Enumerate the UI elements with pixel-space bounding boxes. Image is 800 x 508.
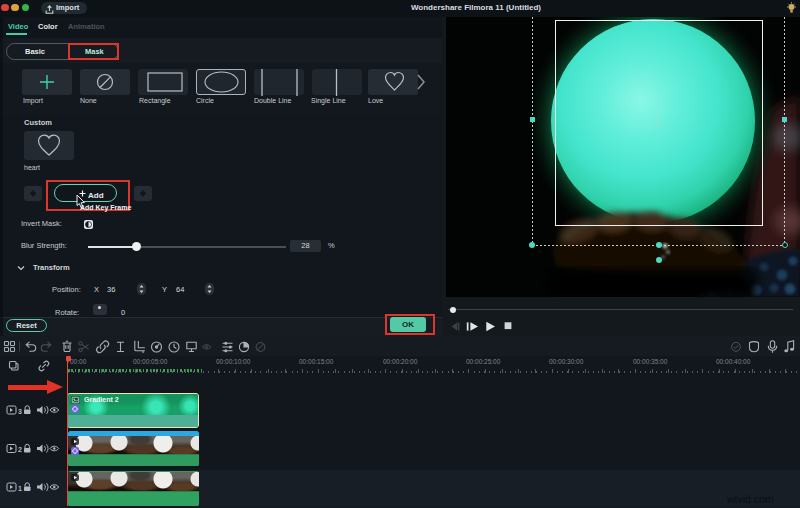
svg-text:2: 2 xyxy=(18,446,22,453)
svg-text:3: 3 xyxy=(18,408,22,415)
svg-text:1: 1 xyxy=(18,485,22,492)
